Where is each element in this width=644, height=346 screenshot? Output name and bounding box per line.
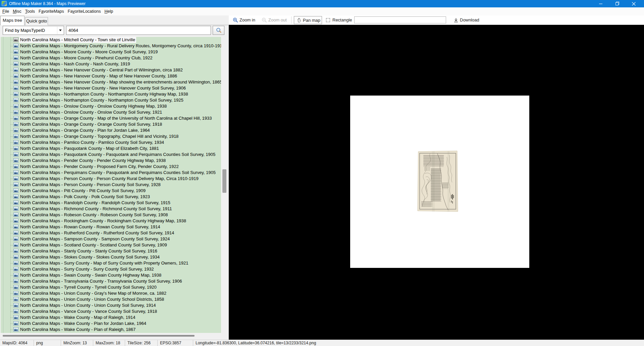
- tree-row[interactable]: North Carolina Maps - New Hanover County…: [1, 67, 221, 73]
- tree-connector: [10, 76, 13, 76]
- restore-button[interactable]: [612, 0, 623, 7]
- menu-file[interactable]: File: [2, 9, 9, 14]
- map-thumbnail-icon: [13, 146, 18, 151]
- tree-item-label: North Carolina Maps - Person County - Pe…: [19, 182, 162, 188]
- dropdown-arrow-button[interactable]: [57, 26, 63, 34]
- search-input[interactable]: 4064: [66, 26, 211, 35]
- tree-row[interactable]: North Carolina Maps - Moore County - Pin…: [1, 55, 221, 61]
- tree-row[interactable]: North Carolina Maps - Stokes County - St…: [1, 254, 221, 260]
- zoom-in-button[interactable]: Zoom in: [239, 15, 255, 25]
- tree-item-label: North Carolina Maps - Transylvania Count…: [19, 278, 183, 284]
- tree-connector: [10, 173, 13, 173]
- map-thumbnail-icon: [13, 237, 18, 241]
- tree-row[interactable]: North Carolina Maps - Rowan County - Row…: [1, 224, 221, 230]
- map-canvas[interactable]: [229, 25, 644, 340]
- tree-connector: [10, 324, 13, 324]
- close-button[interactable]: [628, 0, 639, 7]
- tree-row[interactable]: North Carolina Maps - Wake County - Plan…: [1, 327, 221, 333]
- download-button[interactable]: Download: [460, 15, 479, 25]
- tree-row[interactable]: North Carolina Maps - Surry County - Map…: [1, 260, 221, 266]
- tree-row[interactable]: North Carolina Maps - Robeson County - R…: [1, 212, 221, 218]
- minimize-button[interactable]: [595, 0, 606, 7]
- tree-connector: [10, 293, 13, 294]
- chevron-down-icon: [59, 30, 62, 31]
- tree-row[interactable]: North Carolina Maps - Pasquotank County …: [1, 152, 221, 158]
- map-tile-area: [350, 96, 529, 268]
- tree-item-label: North Carolina Maps - Vance County - Van…: [19, 308, 158, 314]
- find-by-dropdown[interactable]: Find by MapsTypeID: [3, 26, 64, 35]
- tree-row[interactable]: North Carolina Maps - Swain County - Swa…: [1, 272, 221, 278]
- tree-row[interactable]: North Carolina Maps - Orange County - Pl…: [1, 127, 221, 133]
- tree-row[interactable]: North Carolina Maps - Tyrrell County - T…: [1, 284, 221, 290]
- tree-row[interactable]: North Carolina Maps - Rockingham County …: [1, 218, 221, 224]
- tree-row[interactable]: North Carolina Maps - Person County - Pe…: [1, 182, 221, 188]
- map-thumbnail-icon: [13, 249, 18, 253]
- tree-item-label: North Carolina Maps - Northampton County…: [19, 97, 184, 103]
- tree-row[interactable]: North Carolina Maps - Scotland County - …: [1, 242, 221, 248]
- tree-row[interactable]: North Carolina Maps - Pamlico County - P…: [1, 139, 221, 146]
- rectangle-button[interactable]: Rectangle: [332, 15, 352, 25]
- map-thumbnail-icon: [13, 231, 18, 235]
- map-thumbnail-icon: [13, 243, 18, 247]
- zoom-out-button[interactable]: Zoom out: [268, 15, 287, 25]
- tab-quick-goto[interactable]: Quick goto: [25, 17, 48, 25]
- tree-row[interactable]: North Carolina Maps - Perquimans County …: [1, 170, 221, 176]
- tree-row[interactable]: North Carolina Maps - New Hanover County…: [1, 85, 221, 91]
- tree-row[interactable]: North Carolina Maps - Wake County - Plan…: [1, 321, 221, 327]
- tree-row[interactable]: North Carolina Maps - Onslow County - On…: [1, 103, 221, 109]
- tree-connector: [10, 239, 13, 239]
- map-thumbnail-icon: [13, 327, 18, 332]
- tree-row[interactable]: North Carolina Maps - Surry County - Sur…: [1, 266, 221, 272]
- tree-row[interactable]: North Carolina Maps - Stanly County - St…: [1, 248, 221, 254]
- tree-row[interactable]: North Carolina Maps - Pender County - Pe…: [1, 158, 221, 164]
- tree-row[interactable]: North Carolina Maps - Orange County - Or…: [1, 121, 221, 127]
- tree-row[interactable]: North Carolina Maps - Montgomery County …: [1, 43, 221, 49]
- tree-row[interactable]: North Carolina Maps - Onslow County - On…: [1, 109, 221, 115]
- tab-maps-tree[interactable]: Maps tree: [0, 16, 24, 25]
- tree-row[interactable]: North Carolina Maps - Pitt County - Pitt…: [1, 188, 221, 194]
- tree-row[interactable]: North Carolina Maps - Northampton County…: [1, 91, 221, 97]
- tree-row[interactable]: North Carolina Maps - Union County - Uni…: [1, 302, 221, 308]
- horizontal-scrollbar-thumb[interactable]: [3, 335, 195, 337]
- map-thumbnail-icon: [13, 98, 18, 102]
- tree-row[interactable]: North Carolina Maps - Wake County - Map …: [1, 314, 221, 321]
- map-thumbnail-icon: [13, 255, 18, 259]
- tree-connector: [10, 257, 13, 257]
- tree-row[interactable]: North Carolina Maps - Rutherford County …: [1, 230, 221, 236]
- vertical-scrollbar[interactable]: [222, 37, 227, 333]
- tree-row[interactable]: North Carolina Maps - Pender County - Pr…: [1, 164, 221, 170]
- tree-connector: [10, 251, 13, 251]
- tree-row[interactable]: North Carolina Maps - Mitchell County - …: [1, 37, 221, 43]
- tree-row[interactable]: North Carolina Maps - Nash County - Nash…: [1, 61, 221, 67]
- tree-item-label: North Carolina Maps - Stanly County - St…: [19, 248, 158, 254]
- tree-row[interactable]: North Carolina Maps - Moore County - Moo…: [1, 49, 221, 55]
- tree-row[interactable]: North Carolina Maps - New Hanover County…: [1, 79, 221, 85]
- menu-favoritemaps[interactable]: FavoriteMaps: [39, 9, 64, 14]
- tree-row[interactable]: North Carolina Maps - Vance County - Van…: [1, 308, 221, 314]
- tree-item-label: North Carolina Maps - New Hanover County…: [19, 67, 184, 73]
- menu-help[interactable]: Help: [104, 9, 113, 14]
- tree-row[interactable]: North Carolina Maps - Transylvania Count…: [1, 278, 221, 284]
- tree-row[interactable]: North Carolina Maps - Polk County - Polk…: [1, 194, 221, 200]
- tree-connector: [10, 227, 13, 227]
- search-button[interactable]: [213, 26, 224, 35]
- tree-row[interactable]: North Carolina Maps - Union County - Uni…: [1, 296, 221, 302]
- tree-row[interactable]: North Carolina Maps - Richmond County - …: [1, 206, 221, 212]
- tree-connector: [10, 142, 13, 143]
- tree-row[interactable]: North Carolina Maps - Northampton County…: [1, 97, 221, 103]
- tree-row[interactable]: North Carolina Maps - Randolph County - …: [1, 200, 221, 206]
- map-thumbnail-icon: [13, 56, 18, 60]
- tree-row[interactable]: North Carolina Maps - Orange County - To…: [1, 133, 221, 139]
- toolbar-input[interactable]: [354, 16, 446, 23]
- pan-map-button[interactable]: Pan map: [294, 16, 322, 24]
- tree-row[interactable]: North Carolina Maps - Orange County - Ma…: [1, 115, 221, 121]
- menu-tools[interactable]: Tools: [25, 9, 35, 14]
- tree-row[interactable]: North Carolina Maps - Pasquotank County …: [1, 146, 221, 152]
- tree-row[interactable]: North Carolina Maps - Person County - Pe…: [1, 176, 221, 182]
- tree-row[interactable]: North Carolina Maps - Union County - Gra…: [1, 290, 221, 296]
- tree-row[interactable]: North Carolina Maps - Sampson County - S…: [1, 236, 221, 242]
- vertical-scrollbar-thumb[interactable]: [222, 169, 226, 193]
- tree-row[interactable]: North Carolina Maps - New Hanover County…: [1, 73, 221, 79]
- menu-misc[interactable]: Misc: [13, 9, 21, 14]
- menu-favoritelocations[interactable]: FavoriteLocations: [68, 9, 101, 14]
